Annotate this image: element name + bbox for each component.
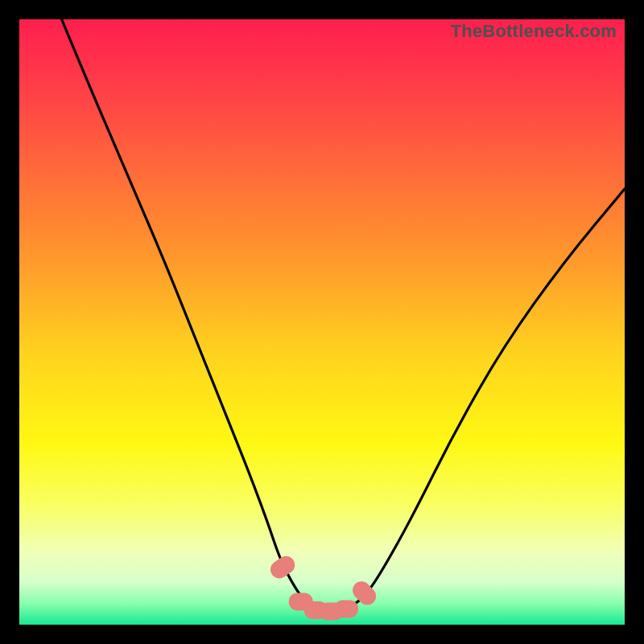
floor-markers: [267, 552, 380, 620]
bottleneck-curve: [62, 19, 625, 612]
chart-frame: TheBottleneck.com: [0, 0, 644, 644]
marker-floor-right: [334, 600, 358, 617]
marker-left-edge: [267, 552, 299, 581]
curve-layer: [19, 19, 625, 625]
plot-area: TheBottleneck.com: [19, 19, 625, 625]
